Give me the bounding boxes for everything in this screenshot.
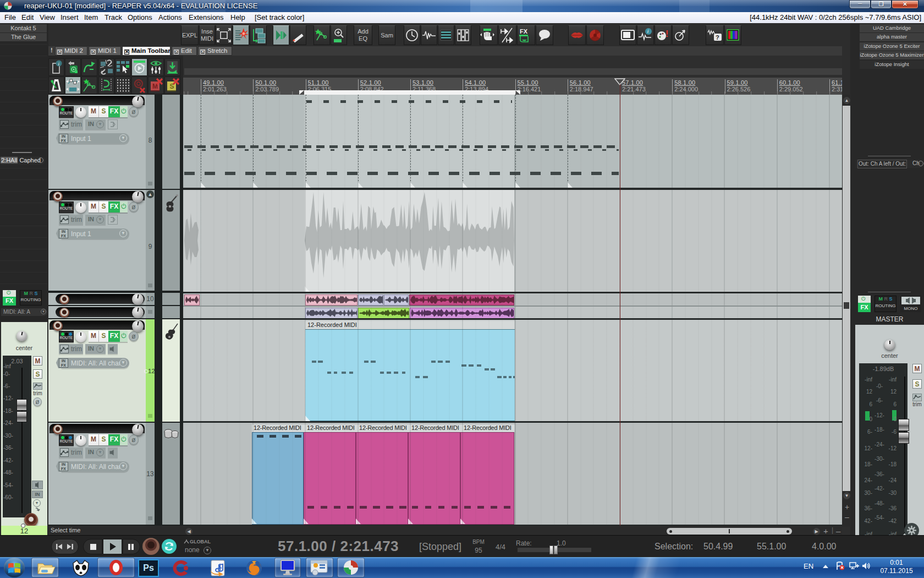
svg-text:?: ? [716, 34, 719, 41]
svg-text:FX: FX [520, 28, 528, 35]
svg-text:!: ! [666, 29, 668, 39]
